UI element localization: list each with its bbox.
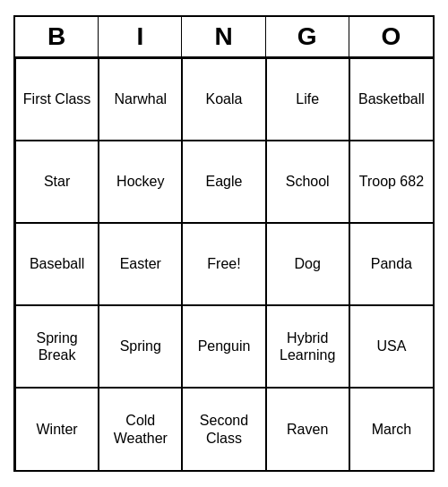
bingo-cell: Baseball xyxy=(15,223,99,305)
cell-text: Koala xyxy=(206,90,243,107)
bingo-cell: Koala xyxy=(182,58,265,141)
bingo-cell: Hockey xyxy=(99,141,182,223)
cell-text: School xyxy=(286,173,330,190)
bingo-cell: Raven xyxy=(266,388,349,470)
bingo-cell: Eagle xyxy=(182,141,265,223)
cell-text: Free! xyxy=(207,255,240,272)
bingo-cell: Free! xyxy=(182,223,265,305)
bingo-cell: Cold Weather xyxy=(99,388,182,470)
cell-text: Dog xyxy=(295,255,321,272)
header-letter: G xyxy=(266,17,349,56)
cell-text: Basketball xyxy=(358,90,425,107)
cell-text: March xyxy=(372,421,411,438)
bingo-cell: March xyxy=(349,388,433,470)
header-letter: N xyxy=(182,17,265,56)
cell-text: Panda xyxy=(371,255,412,272)
cell-text: Troop 682 xyxy=(359,173,424,190)
bingo-cell: Winter xyxy=(15,388,99,470)
cell-text: Raven xyxy=(287,421,328,438)
bingo-cell: Panda xyxy=(349,223,433,305)
cell-text: Star xyxy=(44,173,70,190)
bingo-cell: Spring Break xyxy=(15,305,99,388)
bingo-cell: Second Class xyxy=(182,388,265,470)
bingo-cell: Penguin xyxy=(182,305,265,388)
bingo-cell: Spring xyxy=(99,305,182,388)
header-letter: O xyxy=(349,17,433,56)
cell-text: Life xyxy=(296,90,319,107)
cell-text: Narwhal xyxy=(114,90,167,107)
header-letter: I xyxy=(99,17,182,56)
bingo-cell: Basketball xyxy=(349,58,433,141)
bingo-cell: Life xyxy=(266,58,349,141)
bingo-cell: Narwhal xyxy=(99,58,182,141)
cell-text: Winter xyxy=(36,421,77,438)
cell-text: Second Class xyxy=(186,412,261,446)
cell-text: First Class xyxy=(23,90,91,107)
bingo-card: BINGO First ClassNarwhalKoalaLifeBasketb… xyxy=(13,15,435,472)
bingo-cell: Star xyxy=(15,141,99,223)
bingo-cell: Easter xyxy=(99,223,182,305)
cell-text: Baseball xyxy=(30,255,84,272)
cell-text: Eagle xyxy=(206,173,243,190)
bingo-header: BINGO xyxy=(15,17,433,58)
cell-text: Hockey xyxy=(116,173,164,190)
bingo-grid: First ClassNarwhalKoalaLifeBasketballSta… xyxy=(15,58,433,470)
bingo-cell: USA xyxy=(349,305,433,388)
cell-text: Penguin xyxy=(198,337,251,355)
cell-text: Hybrid Learning xyxy=(271,329,345,363)
bingo-cell: School xyxy=(266,141,349,223)
cell-text: Spring Break xyxy=(20,329,94,363)
bingo-cell: First Class xyxy=(15,58,99,141)
header-letter: B xyxy=(15,17,99,56)
cell-text: Spring xyxy=(120,337,161,355)
bingo-cell: Troop 682 xyxy=(349,141,433,223)
bingo-cell: Dog xyxy=(266,223,349,305)
cell-text: Easter xyxy=(120,255,161,272)
cell-text: USA xyxy=(376,337,406,355)
cell-text: Cold Weather xyxy=(103,412,177,446)
bingo-cell: Hybrid Learning xyxy=(266,305,349,388)
